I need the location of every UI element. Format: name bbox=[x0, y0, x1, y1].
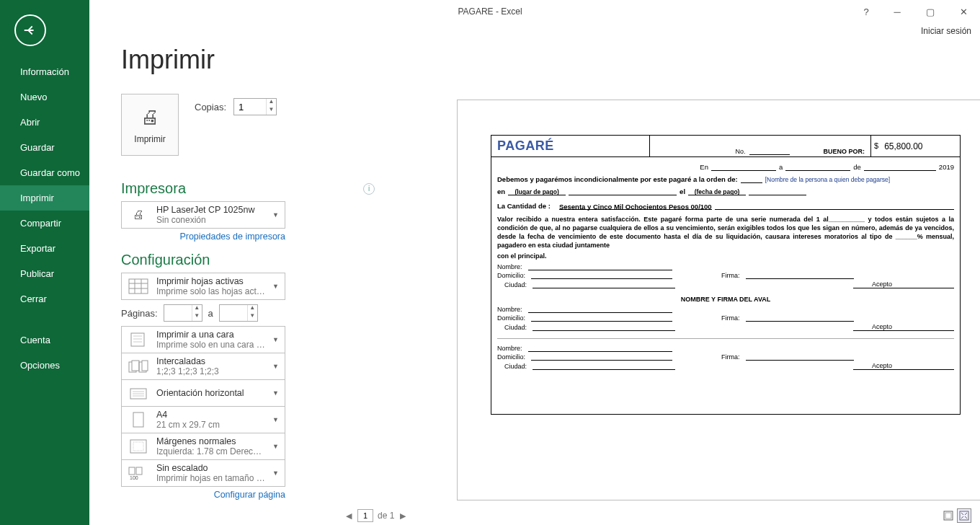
menu-abrir[interactable]: Abrir bbox=[0, 110, 89, 135]
doc-no-label: No. bbox=[735, 148, 745, 155]
pages-from-input[interactable] bbox=[164, 305, 192, 321]
print-what-selector[interactable]: Imprimir hojas activas Imprime solo las … bbox=[121, 273, 285, 300]
collate-sub: 1;2;3 1;2;3 1;2;3 bbox=[156, 366, 265, 376]
scaling-sub: Imprimir hojas en tamaño real bbox=[156, 473, 265, 483]
svg-rect-21 bbox=[136, 467, 142, 475]
orientation-icon bbox=[126, 381, 151, 405]
menu-guardar[interactable]: Guardar bbox=[0, 135, 89, 160]
print-what-title: Imprimir hojas activas bbox=[156, 276, 265, 286]
doc-currency: $ bbox=[874, 141, 878, 151]
paper-sub: 21 cm x 29.7 cm bbox=[156, 420, 265, 430]
dropdown-caret-icon: ▼ bbox=[271, 363, 280, 370]
printer-selector[interactable]: 🖨 HP LaserJet CP 1025nw Sin conexión ▼ bbox=[121, 201, 285, 229]
paper-title: A4 bbox=[156, 410, 265, 420]
print-button[interactable]: 🖨 Imprimir bbox=[121, 94, 179, 156]
doc-bueno-label: BUENO POR: bbox=[823, 148, 865, 155]
prev-page-button[interactable]: ◀ bbox=[344, 511, 353, 521]
copies-input[interactable] bbox=[234, 99, 266, 115]
svg-rect-5 bbox=[131, 333, 144, 346]
printer-status: Sin conexión bbox=[156, 215, 265, 225]
print-preview: PAGARÉ No. BUENO POR: $65,800.00 En a de… bbox=[457, 100, 980, 500]
page-side-icon bbox=[126, 328, 151, 351]
page-total: de 1 bbox=[378, 511, 394, 521]
menu-exportar[interactable]: Exportar bbox=[0, 236, 89, 261]
printer-properties-link[interactable]: Propiedades de impresora bbox=[121, 231, 285, 242]
pages-label: Páginas: bbox=[121, 308, 158, 319]
doc-amount: 65,800.00 bbox=[884, 141, 922, 151]
pages-to-input[interactable] bbox=[220, 305, 247, 321]
config-heading: Configuración bbox=[121, 252, 375, 268]
svg-rect-10 bbox=[132, 361, 139, 371]
menu-publicar[interactable]: Publicar bbox=[0, 261, 89, 286]
backstage-menu: Información Nuevo Abrir Guardar Guardar … bbox=[0, 59, 89, 378]
print-button-label: Imprimir bbox=[134, 134, 165, 144]
collate-selector[interactable]: Intercaladas 1;2;3 1;2;3 1;2;3 ▼ bbox=[121, 353, 285, 380]
scaling-selector[interactable]: 100 Sin escalado Imprimir hojas en tamañ… bbox=[121, 460, 285, 487]
pages-a-label: a bbox=[208, 308, 213, 319]
dropdown-caret-icon: ▼ bbox=[271, 469, 280, 477]
collate-title: Intercaladas bbox=[156, 356, 265, 366]
printer-info-icon[interactable]: i bbox=[363, 183, 375, 195]
dropdown-caret-icon: ▼ bbox=[271, 389, 280, 397]
printer-icon: 🖨 bbox=[141, 106, 159, 128]
menu-imprimir[interactable]: Imprimir bbox=[0, 185, 89, 211]
menu-cerrar[interactable]: Cerrar bbox=[0, 286, 89, 312]
scaling-title: Sin escalado bbox=[156, 463, 265, 473]
paper-selector[interactable]: A4 21 cm x 29.7 cm ▼ bbox=[121, 407, 285, 433]
pages-to-spinner[interactable]: ▲▼ bbox=[219, 304, 258, 322]
svg-rect-24 bbox=[945, 513, 951, 519]
svg-rect-19 bbox=[133, 442, 143, 451]
sides-sub: Imprime solo en una cara de… bbox=[156, 340, 265, 350]
dropdown-caret-icon: ▼ bbox=[271, 416, 280, 423]
printer-device-icon: 🖨 bbox=[126, 203, 151, 226]
printer-heading: Impresora bbox=[121, 180, 186, 197]
menu-compartir[interactable]: Compartir bbox=[0, 211, 89, 236]
dropdown-caret-icon: ▼ bbox=[271, 211, 280, 219]
back-button[interactable] bbox=[14, 14, 46, 46]
dropdown-caret-icon: ▼ bbox=[271, 443, 280, 450]
margins-sub: Izquierda: 1.78 cm Derech… bbox=[156, 446, 265, 456]
margins-icon bbox=[126, 435, 151, 458]
svg-rect-12 bbox=[142, 361, 148, 371]
print-settings-column: 🖨 Imprimir Copias: ▲▼ Impresora i 🖨 HP L… bbox=[121, 94, 375, 500]
show-margins-button[interactable] bbox=[941, 508, 956, 523]
preview-document: PAGARÉ No. BUENO POR: $65,800.00 En a de… bbox=[491, 135, 961, 415]
svg-text:100: 100 bbox=[130, 475, 138, 480]
menu-cuenta[interactable]: Cuenta bbox=[0, 327, 89, 353]
dropdown-caret-icon: ▼ bbox=[271, 336, 280, 343]
dropdown-caret-icon: ▼ bbox=[271, 283, 280, 290]
back-arrow-icon bbox=[22, 22, 38, 38]
sides-title: Imprimir a una cara bbox=[156, 330, 265, 340]
paper-icon bbox=[126, 408, 151, 431]
menu-nuevo[interactable]: Nuevo bbox=[0, 84, 89, 110]
collate-icon bbox=[126, 355, 151, 378]
sides-selector[interactable]: Imprimir a una cara Imprime solo en una … bbox=[121, 326, 285, 353]
orientation-selector[interactable]: Orientación horizontal ▼ bbox=[121, 380, 285, 407]
sheets-icon bbox=[126, 275, 151, 298]
menu-opciones[interactable]: Opciones bbox=[0, 353, 89, 378]
svg-rect-17 bbox=[133, 412, 143, 427]
main-area: Imprimir 🖨 Imprimir Copias: ▲▼ Impresora… bbox=[89, 0, 980, 525]
pages-from-spinner[interactable]: ▲▼ bbox=[164, 304, 202, 322]
margins-title: Márgenes normales bbox=[156, 436, 265, 446]
menu-informacion[interactable]: Información bbox=[0, 59, 89, 84]
page-title: Imprimir bbox=[121, 45, 980, 75]
orientation-title: Orientación horizontal bbox=[156, 388, 265, 398]
scaling-icon: 100 bbox=[126, 462, 151, 485]
next-page-button[interactable]: ▶ bbox=[398, 511, 407, 521]
spin-down-icon[interactable]: ▼ bbox=[266, 107, 276, 115]
doc-title: PAGARÉ bbox=[491, 136, 650, 157]
doc-aval-heading: NOMBRE Y FIRMA DEL AVAL bbox=[491, 291, 960, 304]
page-number-input[interactable] bbox=[357, 509, 373, 522]
copies-spinner[interactable]: ▲▼ bbox=[233, 98, 277, 115]
margins-selector[interactable]: Márgenes normales Izquierda: 1.78 cm Der… bbox=[121, 433, 285, 460]
copies-label: Copias: bbox=[195, 102, 226, 112]
page-setup-link[interactable]: Configurar página bbox=[121, 490, 285, 500]
backstage-sidebar: Información Nuevo Abrir Guardar Guardar … bbox=[0, 0, 89, 525]
print-what-sub: Imprime solo las hojas activas bbox=[156, 286, 265, 296]
zoom-to-page-button[interactable] bbox=[957, 508, 971, 523]
menu-guardar-como[interactable]: Guardar como bbox=[0, 160, 89, 185]
doc-body: Valor recibido a nuestra entera satisfac… bbox=[491, 212, 960, 252]
svg-rect-25 bbox=[960, 511, 968, 520]
svg-rect-20 bbox=[129, 467, 135, 475]
